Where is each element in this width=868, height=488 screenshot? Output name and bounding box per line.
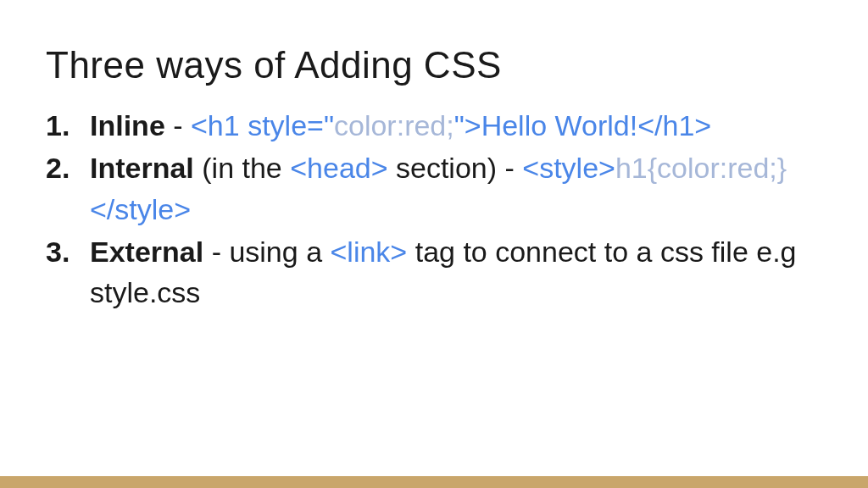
accent-bar <box>0 476 868 488</box>
content-list: Inline - <h1 style="color:red;">Hello Wo… <box>46 105 822 313</box>
item-label: Internal <box>90 152 194 184</box>
code-style-close: </style> <box>90 193 191 225</box>
item-dash: - <box>165 109 191 141</box>
item-text: (in the <box>194 152 290 184</box>
code-style-body: h1{color:red;} <box>615 152 787 184</box>
code-head-tag: <head> <box>290 152 387 184</box>
code-link-tag: <link> <box>331 236 408 268</box>
item-label: Inline <box>90 109 165 141</box>
item-label: External <box>90 236 203 268</box>
slide: Three ways of Adding CSS Inline - <h1 st… <box>0 0 868 313</box>
code-tag-close: ">Hello World!</h1> <box>454 109 711 141</box>
list-item-inline: Inline - <h1 style="color:red;">Hello Wo… <box>46 105 822 146</box>
code-attr: color:red; <box>334 109 454 141</box>
list-item-internal: Internal (in the <head> section) - <styl… <box>46 147 822 230</box>
slide-title: Three ways of Adding CSS <box>46 44 822 86</box>
list-item-external: External - using a <link> tag to connect… <box>46 231 822 313</box>
item-text: - using a <box>203 236 330 268</box>
code-tag-open: <h1 style=" <box>191 109 334 141</box>
code-style-open: <style> <box>522 152 615 184</box>
item-text: section) - <box>388 152 523 184</box>
